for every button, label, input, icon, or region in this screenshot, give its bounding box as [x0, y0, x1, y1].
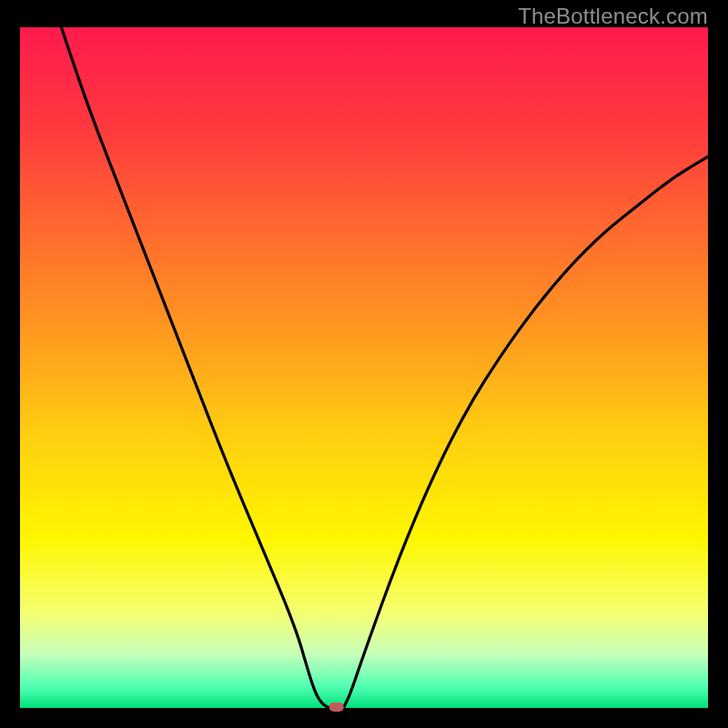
watermark-text: TheBottleneck.com	[518, 4, 708, 29]
plot-background	[20, 27, 708, 708]
bottleneck-chart	[0, 0, 728, 728]
min-marker	[329, 703, 344, 712]
